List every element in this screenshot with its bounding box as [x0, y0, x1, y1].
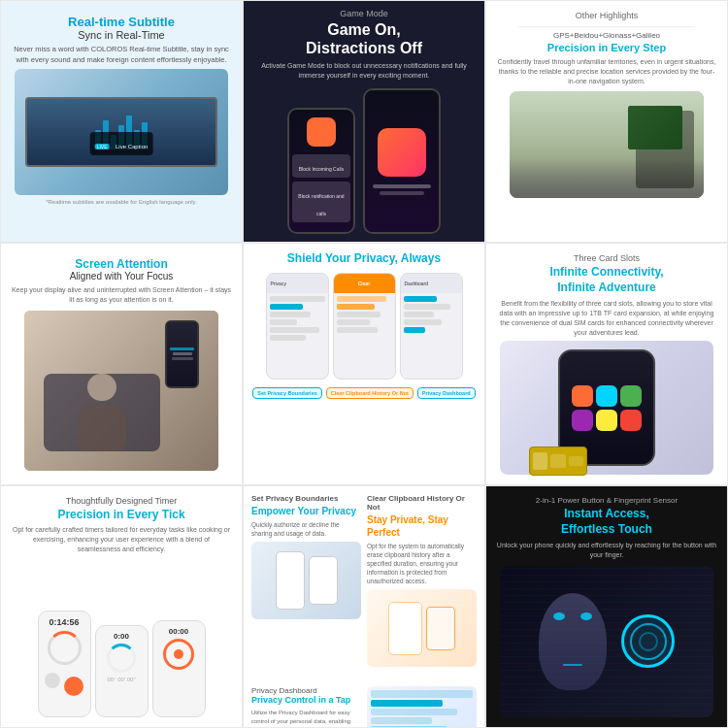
sim-tray [529, 447, 587, 476]
set-privacy-desc: Quickly authorize or decline the sharing… [251, 520, 361, 538]
realtime-subtitle-title: Real-time Subtitle [68, 15, 175, 29]
clipboard-main: Stay Private, Stay Perfect [367, 513, 477, 539]
fp-title-line2: Effortless Touch [561, 522, 652, 536]
fp-bg [500, 566, 713, 717]
dashboard-label: Privacy Dashboard [251, 686, 361, 695]
ps-item-a3 [337, 312, 381, 317]
ps-item-5 [270, 327, 319, 333]
eye-left [553, 612, 565, 620]
mini-phone-1 [276, 551, 305, 610]
timer-phone-1: 0:14:56 [38, 611, 91, 717]
fp-title-line1: Instant Access, [564, 507, 649, 520]
set-privacy-left: Set Privacy Boundaries Empower Your Priv… [251, 494, 361, 667]
sim-slot-1 [533, 452, 547, 470]
fingerprint-label: 2-in-1 Power Button & Fingerprint Sensor [536, 496, 678, 505]
app-icon-2 [596, 385, 617, 407]
game-mode-desc: Activate Game Mode to block out unnecess… [251, 61, 477, 81]
eye-right [580, 612, 592, 620]
timer-circle-1 [48, 631, 82, 665]
ps-item-2 [270, 304, 303, 310]
clipboard-image [367, 589, 477, 667]
cell-three-card-slots: Three Card Slots Infinite Connectivity, … [485, 243, 728, 485]
fingerprint-image [500, 566, 713, 717]
label-set-privacy: Set Privacy Boundaries [252, 387, 321, 399]
timer-phone-2: 0:00 00° 00' 00" [95, 625, 149, 717]
scan-lines-overlay [500, 566, 713, 717]
map-display [628, 106, 682, 149]
game-title-line2: Distractions Off [306, 40, 422, 56]
phone-screen-content [167, 322, 197, 386]
fp-outer-ring [621, 614, 675, 668]
game-bar2 [380, 191, 424, 195]
ps-item-1 [270, 296, 325, 302]
card-title-line2: Infinite Adventure [557, 281, 656, 294]
set-privacy-label: Set Privacy Boundaries [251, 494, 361, 503]
privacy-screen-3: Dashboard [400, 273, 463, 380]
timer-title-top: Thoughtfully Designed Timer [66, 496, 178, 506]
clipboard-section: Clear Clipboard History Or Not Stay Priv… [367, 494, 477, 667]
ps-header-text-1: Privacy [271, 281, 286, 286]
notif-block1: Block Incoming Calls [292, 154, 349, 178]
ps-item-b1 [404, 296, 437, 302]
privacy-screens-row: Privacy Clear [266, 273, 463, 380]
ps-item-4 [270, 319, 298, 325]
cell-timer: Thoughtfully Designed Timer Precision in… [0, 485, 243, 728]
section-divider [518, 26, 695, 27]
dashboard-left: Privacy Dashboard Privacy Control in a T… [251, 686, 361, 728]
notif-block2: Block notification and calls [292, 182, 349, 222]
ps-header-2: Clear [334, 274, 395, 293]
gps-title: Precision in Every Step [547, 42, 666, 53]
ps-content-3 [401, 293, 462, 379]
privacy-screen-2: Clear [333, 273, 396, 380]
three-card-label: Three Card Slots [574, 253, 640, 263]
person-silhouette-area [44, 374, 160, 451]
cell-fingerprint: 2-in-1 Power Button & Fingerprint Sensor… [485, 485, 728, 728]
main-game-icon [378, 128, 426, 177]
three-card-title: Infinite Connectivity, Infinite Adventur… [549, 265, 663, 295]
app-icon-3 [620, 385, 642, 407]
sim-slot-3 [569, 456, 583, 466]
clipboard-label: Clear Clipboard History Or Not [367, 494, 477, 512]
dashboard-image: Allow Photo App [367, 686, 477, 728]
three-card-desc: Benefit from the flexibility of three ca… [496, 299, 717, 337]
timer-display-3: 00:00 [169, 627, 188, 636]
cell-realtime-subtitle: Real-time Subtitle Sync in Real-Time Nev… [0, 0, 243, 243]
fp-inner-ring [639, 632, 658, 651]
game-mode-label: Game Mode [340, 9, 388, 18]
set-privacy-image [251, 542, 361, 619]
timer-controls-1 [45, 673, 83, 696]
phone-line3 [172, 357, 193, 360]
dash-row-3 [371, 709, 457, 715]
phone-in-scene [165, 320, 199, 388]
game-bar1 [373, 184, 432, 188]
phone-line1 [170, 347, 194, 350]
app-icon-6 [620, 410, 642, 431]
game-phones-container: Block Incoming Calls Block notification … [287, 86, 441, 234]
notif-text1: Block Incoming Calls [299, 166, 344, 172]
timer-title: Precision in Every Tick [57, 508, 184, 521]
timer-phones-row: 0:14:56 0:00 00° 00' 00" 00:00 [38, 559, 206, 717]
car-mount [636, 111, 694, 188]
timer-label-2: 00° 00' 00" [107, 677, 135, 682]
dash-row-2 [371, 700, 443, 707]
live-caption-badge: LIVE [95, 144, 110, 149]
face-silhouette [539, 593, 607, 690]
dashboard-right: Allow Photo App [367, 686, 477, 728]
sim-slots [530, 447, 586, 475]
dashboard-main: Privacy Control in a Tap [251, 695, 361, 707]
fp-mid-ring [630, 623, 667, 660]
timer-phone-3: 00:00 [152, 620, 206, 717]
phone-line2 [173, 352, 192, 355]
cell-privacy-details: Set Privacy Boundaries Empower Your Priv… [243, 485, 485, 728]
shield-privacy-title: Shield Your Privacy, Always [287, 251, 441, 265]
gps-outdoor-image [510, 91, 704, 198]
set-privacy-section: Set Privacy Boundaries Empower Your Priv… [251, 494, 477, 667]
fingerprint-title: Instant Access, Effortless Touch [561, 507, 652, 537]
ps-header-text-2: Clear [358, 281, 371, 286]
ps-item-a2 [337, 304, 376, 310]
notif-text2: Block notification and calls [298, 193, 344, 216]
timer-btn-stop [45, 673, 60, 688]
app-icon-5 [596, 410, 617, 431]
card-title-line1: Infinite Connectivity, [549, 265, 663, 279]
privacy-screen-1: Privacy [266, 273, 329, 380]
